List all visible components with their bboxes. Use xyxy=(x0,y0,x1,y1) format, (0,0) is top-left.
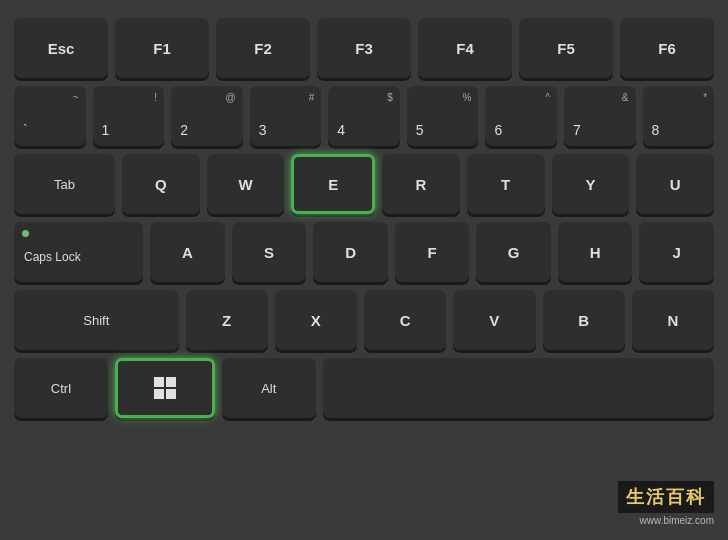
windows-icon xyxy=(154,377,176,399)
key-x[interactable]: X xyxy=(275,290,357,350)
key-f[interactable]: F xyxy=(395,222,470,282)
svg-rect-0 xyxy=(154,377,164,387)
key-caps-lock[interactable]: Caps Lock xyxy=(14,222,143,282)
key-7[interactable]: & 7 xyxy=(564,86,636,146)
asdf-row: Caps Lock A S D F G H J xyxy=(14,222,714,282)
key-w[interactable]: W xyxy=(207,154,285,214)
watermark-url: www.bimeiz.com xyxy=(640,515,714,526)
key-v[interactable]: V xyxy=(453,290,535,350)
key-2[interactable]: @ 2 xyxy=(171,86,243,146)
key-a[interactable]: A xyxy=(150,222,225,282)
key-esc[interactable]: Esc xyxy=(14,18,108,78)
svg-rect-1 xyxy=(166,377,176,387)
number-row: ~ ` ! 1 @ 2 # 3 $ 4 % 5 ^ 6 & 7 xyxy=(14,86,714,146)
bottom-row: Ctrl Alt xyxy=(14,358,714,418)
key-ctrl[interactable]: Ctrl xyxy=(14,358,108,418)
key-r[interactable]: R xyxy=(382,154,460,214)
key-f2[interactable]: F2 xyxy=(216,18,310,78)
watermark-box: 生活百科 xyxy=(618,481,714,513)
key-win[interactable] xyxy=(115,358,215,418)
fn-row: Esc F1 F2 F3 F4 F5 F6 xyxy=(14,18,714,78)
key-1[interactable]: ! 1 xyxy=(93,86,165,146)
keyboard: Esc F1 F2 F3 F4 F5 F6 ~ ` ! 1 @ 2 # 3 $ … xyxy=(0,0,728,540)
key-e[interactable]: E xyxy=(291,154,375,214)
svg-rect-2 xyxy=(154,389,164,399)
key-s[interactable]: S xyxy=(232,222,307,282)
key-q[interactable]: Q xyxy=(122,154,200,214)
key-y[interactable]: Y xyxy=(552,154,630,214)
key-3[interactable]: # 3 xyxy=(250,86,322,146)
key-b[interactable]: B xyxy=(543,290,625,350)
watermark-chinese: 生活百科 xyxy=(626,485,706,509)
key-4[interactable]: $ 4 xyxy=(328,86,400,146)
key-h[interactable]: H xyxy=(558,222,633,282)
key-5[interactable]: % 5 xyxy=(407,86,479,146)
key-g[interactable]: G xyxy=(476,222,551,282)
key-j[interactable]: J xyxy=(639,222,714,282)
key-d[interactable]: D xyxy=(313,222,388,282)
key-f4[interactable]: F4 xyxy=(418,18,512,78)
key-f3[interactable]: F3 xyxy=(317,18,411,78)
key-u[interactable]: U xyxy=(636,154,714,214)
key-c[interactable]: C xyxy=(364,290,446,350)
key-6[interactable]: ^ 6 xyxy=(485,86,557,146)
key-t[interactable]: T xyxy=(467,154,545,214)
key-space[interactable] xyxy=(323,358,714,418)
key-f5[interactable]: F5 xyxy=(519,18,613,78)
key-shift[interactable]: Shift xyxy=(14,290,179,350)
zxcv-row: Shift Z X C V B N xyxy=(14,290,714,350)
key-tilde[interactable]: ~ ` xyxy=(14,86,86,146)
svg-rect-3 xyxy=(166,389,176,399)
caps-lock-label: Caps Lock xyxy=(24,250,81,264)
qwerty-row: Tab Q W E R T Y U xyxy=(14,154,714,214)
key-f1[interactable]: F1 xyxy=(115,18,209,78)
caps-lock-indicator xyxy=(22,230,29,237)
key-z[interactable]: Z xyxy=(186,290,268,350)
key-f6[interactable]: F6 xyxy=(620,18,714,78)
key-alt[interactable]: Alt xyxy=(222,358,316,418)
key-tab[interactable]: Tab xyxy=(14,154,115,214)
key-8[interactable]: * 8 xyxy=(643,86,715,146)
watermark: 生活百科 www.bimeiz.com xyxy=(618,481,714,526)
key-n[interactable]: N xyxy=(632,290,714,350)
